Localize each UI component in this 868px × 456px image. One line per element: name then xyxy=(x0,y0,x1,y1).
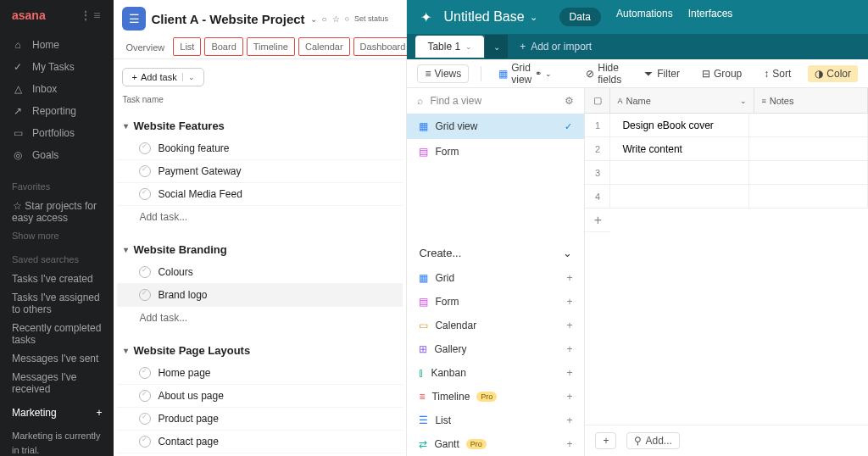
create-gantt[interactable]: ⇄ Gantt Pro + xyxy=(407,432,584,456)
tab-overview[interactable]: Overview xyxy=(120,37,170,58)
name-cell[interactable] xyxy=(610,161,749,184)
notes-column-header[interactable]: ≡ Notes xyxy=(754,88,868,113)
table-row[interactable]: 2 Write content xyxy=(585,137,868,161)
nav-automations[interactable]: Automations xyxy=(616,8,673,26)
add-or-import-button[interactable]: + Add or import xyxy=(508,41,604,53)
create-gallery[interactable]: ⊞ Gallery + xyxy=(407,337,584,361)
sidebar-item-my-tasks[interactable]: ✓ My Tasks xyxy=(0,56,114,78)
tab-menu-button[interactable]: ⌄ xyxy=(484,35,508,58)
task-row[interactable]: Booking feature xyxy=(117,137,403,160)
plus-icon[interactable]: + xyxy=(566,414,572,426)
select-all-checkbox[interactable]: ▢ xyxy=(585,88,610,113)
gear-icon[interactable]: ⚙ xyxy=(565,95,574,107)
plus-icon[interactable]: + xyxy=(566,296,572,308)
name-cell[interactable]: Write content xyxy=(610,137,749,160)
color-button[interactable]: ◑ Color xyxy=(808,65,858,82)
complete-checkbox[interactable] xyxy=(139,142,151,154)
find-view-input[interactable]: ⌕ Find a view ⚙ xyxy=(407,88,584,114)
set-status-button[interactable]: ○ Set status xyxy=(345,14,388,23)
saved-search-item[interactable]: Tasks I've assigned to others xyxy=(0,288,114,319)
sidebar-item-goals[interactable]: ◎ Goals xyxy=(0,144,114,166)
views-button[interactable]: ≡ Views xyxy=(417,64,469,83)
footer-add-button[interactable]: + xyxy=(595,432,616,449)
info-icon[interactable]: ○ xyxy=(322,14,327,24)
nav-data[interactable]: Data xyxy=(559,8,601,26)
section-header[interactable]: ▾ Website Branding xyxy=(117,238,403,261)
notes-cell[interactable] xyxy=(749,161,868,184)
chevron-down-icon[interactable]: ⌄ xyxy=(182,73,195,81)
tab-list[interactable]: List xyxy=(173,37,201,56)
section-header[interactable]: ▾ Website Features xyxy=(117,114,403,137)
notes-cell[interactable] xyxy=(749,185,868,208)
saved-search-item[interactable]: Messages I've sent xyxy=(0,349,114,368)
saved-search-item[interactable]: Recently completed tasks xyxy=(0,319,114,349)
view-item-grid-view[interactable]: ▦ Grid view ✓ xyxy=(407,114,584,139)
section-header[interactable]: ▾ Website Page Layouts xyxy=(117,339,403,362)
tab-dashboard[interactable]: Dashboard xyxy=(353,37,413,56)
plus-icon[interactable]: + xyxy=(566,343,572,355)
notes-cell[interactable] xyxy=(749,114,868,136)
create-timeline[interactable]: ≡ Timeline Pro + xyxy=(407,385,584,409)
create-form[interactable]: ▤ Form + xyxy=(407,290,584,314)
complete-checkbox[interactable] xyxy=(139,390,151,402)
saved-search-item[interactable]: Messages I've received xyxy=(0,368,114,398)
group-button[interactable]: ⊟ Group xyxy=(697,65,747,82)
show-more-link[interactable]: Show more xyxy=(0,227,114,244)
name-column-header[interactable]: A Name⌄ xyxy=(610,88,754,113)
plus-icon[interactable]: + xyxy=(566,391,572,403)
task-row[interactable]: Contact page xyxy=(117,431,403,453)
table-row[interactable]: 3 xyxy=(585,161,868,185)
footer-add-menu[interactable]: ⚲ Add... xyxy=(626,432,679,449)
tab-calendar[interactable]: Calendar xyxy=(298,37,350,56)
add-row-button[interactable]: + xyxy=(585,209,610,232)
create-calendar[interactable]: ▭ Calendar + xyxy=(407,314,584,337)
tab-timeline[interactable]: Timeline xyxy=(247,37,295,56)
table-tab[interactable]: Table 1⌄ xyxy=(415,36,484,58)
plus-icon[interactable]: + xyxy=(566,367,572,379)
grid-view-selector[interactable]: ▦ Grid view ⚭ ⌄ xyxy=(493,59,557,88)
name-cell[interactable] xyxy=(610,185,749,208)
sidebar-item-portfolios[interactable]: ▭ Portfolios xyxy=(0,122,114,144)
favorites-hint[interactable]: ☆ Star projects for easy access xyxy=(0,197,114,227)
create-section-toggle[interactable]: Create... ⌄ xyxy=(407,235,584,266)
table-row[interactable]: 1 Design eBook cover xyxy=(585,114,868,137)
sidebar-item-home[interactable]: ⌂ Home xyxy=(0,34,114,56)
plus-icon[interactable]: + xyxy=(96,407,102,419)
complete-checkbox[interactable] xyxy=(139,289,151,301)
plus-icon[interactable]: + xyxy=(566,438,572,450)
plus-icon[interactable]: + xyxy=(566,320,572,331)
plus-icon[interactable]: + xyxy=(566,272,572,284)
task-row[interactable]: Brand logo xyxy=(117,284,403,307)
base-title[interactable]: Untitled Base ⌄ xyxy=(443,9,537,25)
complete-checkbox[interactable] xyxy=(139,436,151,448)
sidebar-item-reporting[interactable]: ↗ Reporting xyxy=(0,100,114,122)
table-row[interactable]: 4 xyxy=(585,185,868,209)
nav-interfaces[interactable]: Interfaces xyxy=(688,8,733,26)
hide-fields-button[interactable]: ⊘ Hide fields xyxy=(581,59,626,88)
notes-cell[interactable] xyxy=(749,137,868,160)
task-row[interactable]: Product page xyxy=(117,408,403,431)
star-icon[interactable]: ☆ xyxy=(332,14,340,24)
add-task-ghost[interactable]: Add task... xyxy=(117,206,403,228)
sidebar-item-inbox[interactable]: △ Inbox xyxy=(0,78,114,100)
create-list[interactable]: ☰ List + xyxy=(407,409,584,432)
complete-checkbox[interactable] xyxy=(139,165,151,177)
tab-board[interactable]: Board xyxy=(204,37,242,56)
saved-search-item[interactable]: Tasks I've created xyxy=(0,270,114,288)
create-grid[interactable]: ▦ Grid + xyxy=(407,266,584,290)
complete-checkbox[interactable] xyxy=(139,188,151,200)
complete-checkbox[interactable] xyxy=(139,266,151,278)
sidebar-collapse-icon[interactable]: ⋮≡ xyxy=(80,8,102,22)
create-kanban[interactable]: ⫿ Kanban + xyxy=(407,361,584,385)
name-cell[interactable]: Design eBook cover xyxy=(610,114,749,136)
task-row[interactable]: About us page xyxy=(117,385,403,408)
add-task-ghost[interactable]: Add task... xyxy=(117,307,403,329)
filter-button[interactable]: ⏷ Filter xyxy=(638,65,685,82)
task-row[interactable]: Payment Gateway xyxy=(117,160,403,183)
view-item-form[interactable]: ▤ Form xyxy=(407,139,584,164)
sort-button[interactable]: ↕ Sort xyxy=(759,65,796,82)
complete-checkbox[interactable] xyxy=(139,413,151,425)
task-row[interactable]: Social Media Feed xyxy=(117,183,403,206)
marketing-heading[interactable]: Marketing + xyxy=(0,398,114,424)
task-row[interactable]: Colours xyxy=(117,261,403,284)
